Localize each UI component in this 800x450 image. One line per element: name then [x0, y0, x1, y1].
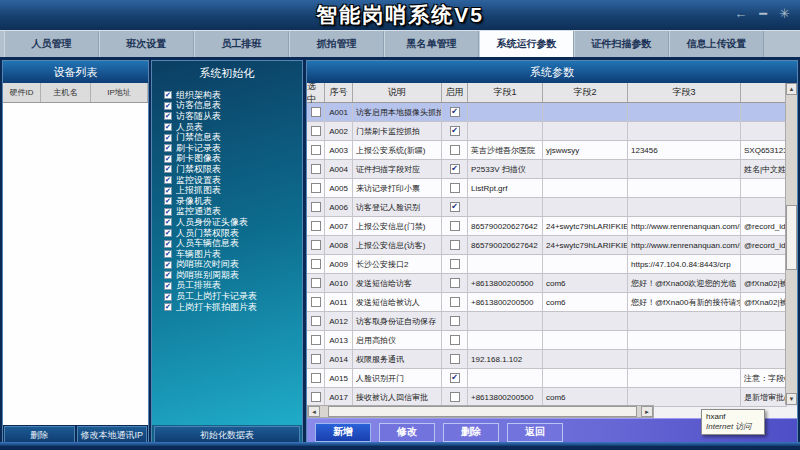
enable-cell[interactable]: ✔	[442, 160, 468, 179]
table-row[interactable]: A002门禁刷卡监控抓拍✔	[307, 122, 797, 141]
checkbox-checked-icon[interactable]: ✔	[164, 144, 172, 152]
checkbox-checked-icon[interactable]: ✔	[164, 293, 172, 301]
enable-cell[interactable]	[442, 141, 468, 160]
table-row[interactable]: A006访客登记人脸识别✔	[307, 198, 797, 217]
checkbox-checked-icon[interactable]: ✔	[164, 187, 172, 195]
tab-1[interactable]: 人员管理	[4, 31, 99, 57]
enable-cell[interactable]: ✔	[442, 103, 468, 122]
enable-cell[interactable]	[442, 312, 468, 331]
checkbox-unchecked-icon[interactable]	[311, 202, 321, 212]
select-cell[interactable]	[307, 122, 325, 141]
checkbox-checked-icon[interactable]: ✔	[164, 271, 172, 279]
checkbox-checked-icon[interactable]: ✔	[164, 112, 172, 120]
enable-cell[interactable]	[442, 179, 468, 198]
checkbox-checked-icon[interactable]: ✔	[164, 165, 172, 173]
checkbox-unchecked-icon[interactable]	[311, 297, 321, 307]
enable-cell[interactable]	[442, 274, 468, 293]
checkbox-checked-icon[interactable]: ✔	[164, 155, 172, 163]
checkbox-unchecked-icon[interactable]	[450, 259, 460, 269]
init-table-item[interactable]: ✔上岗打卡抓拍图片表	[164, 302, 302, 313]
table-row[interactable]: A005来访记录打印小票ListRpt.grf	[307, 179, 797, 198]
select-cell[interactable]	[307, 179, 325, 198]
checkbox-unchecked-icon[interactable]	[450, 297, 460, 307]
close-icon[interactable]: ✳	[779, 4, 790, 24]
tab-5[interactable]: 黑名单管理	[384, 31, 479, 57]
tab-8[interactable]: 信息上传设置	[669, 31, 764, 57]
checkbox-unchecked-icon[interactable]	[311, 335, 321, 345]
enable-cell[interactable]	[442, 293, 468, 312]
checkbox-checked-icon[interactable]: ✔	[450, 202, 460, 212]
checkbox-unchecked-icon[interactable]	[311, 259, 321, 269]
tab-4[interactable]: 抓拍管理	[289, 31, 384, 57]
table-row[interactable]: A014权限服务通讯192.168.1.102	[307, 350, 797, 369]
enable-cell[interactable]	[442, 350, 468, 369]
select-cell[interactable]	[307, 103, 325, 122]
checkbox-unchecked-icon[interactable]	[450, 335, 460, 345]
checkbox-unchecked-icon[interactable]	[311, 278, 321, 288]
checkbox-unchecked-icon[interactable]	[311, 221, 321, 231]
enable-cell[interactable]	[442, 255, 468, 274]
back-icon[interactable]: ←	[734, 4, 747, 24]
select-cell[interactable]	[307, 217, 325, 236]
select-cell[interactable]	[307, 274, 325, 293]
checkbox-unchecked-icon[interactable]	[450, 183, 460, 193]
select-cell[interactable]	[307, 293, 325, 312]
checkbox-checked-icon[interactable]: ✔	[164, 218, 172, 226]
select-cell[interactable]	[307, 198, 325, 217]
device-table-body[interactable]	[3, 103, 148, 425]
checkbox-checked-icon[interactable]: ✔	[450, 164, 460, 174]
vertical-scrollbar[interactable]: ▲ ▼	[785, 83, 797, 405]
enable-cell[interactable]: ✔	[442, 198, 468, 217]
checkbox-unchecked-icon[interactable]	[311, 316, 321, 326]
checkbox-unchecked-icon[interactable]	[311, 354, 321, 364]
checkbox-checked-icon[interactable]: ✔	[164, 208, 172, 216]
checkbox-unchecked-icon[interactable]	[311, 145, 321, 155]
scroll-left-icon[interactable]: ◄	[308, 406, 320, 417]
scroll-right-icon[interactable]: ►	[641, 406, 653, 417]
table-row[interactable]: A007上报公安信息(门禁)86579002062764224+swytc79h…	[307, 217, 797, 236]
checkbox-checked-icon[interactable]: ✔	[450, 126, 460, 136]
checkbox-unchecked-icon[interactable]	[311, 164, 321, 174]
select-cell[interactable]	[307, 350, 325, 369]
checkbox-checked-icon[interactable]: ✔	[164, 102, 172, 110]
checkbox-checked-icon[interactable]: ✔	[164, 134, 172, 142]
enable-cell[interactable]	[442, 217, 468, 236]
table-row[interactable]: A009长沙公安接口2https://47.104.0.84:8443/crp	[307, 255, 797, 274]
enable-cell[interactable]: ✔	[442, 122, 468, 141]
checkbox-checked-icon[interactable]: ✔	[164, 197, 172, 205]
modify-button[interactable]: 修改	[379, 423, 435, 442]
checkbox-checked-icon[interactable]: ✔	[164, 240, 172, 248]
checkbox-unchecked-icon[interactable]	[311, 183, 321, 193]
select-cell[interactable]	[307, 255, 325, 274]
tab-6[interactable]: 系统运行参数	[479, 31, 574, 57]
delete-button[interactable]: 删除	[443, 423, 499, 442]
add-button[interactable]: 新增	[315, 423, 371, 442]
scroll-up-icon[interactable]: ▲	[786, 83, 797, 95]
checkbox-checked-icon[interactable]: ✔	[164, 229, 172, 237]
checkbox-unchecked-icon[interactable]	[450, 240, 460, 250]
select-cell[interactable]	[307, 369, 325, 388]
checkbox-unchecked-icon[interactable]	[311, 126, 321, 136]
checkbox-unchecked-icon[interactable]	[311, 373, 321, 383]
checkbox-unchecked-icon[interactable]	[450, 316, 460, 326]
table-row[interactable]: A004证件扫描字段对应✔P2533V 扫描仪姓名|中文姓名,	[307, 160, 797, 179]
checkbox-checked-icon[interactable]: ✔	[164, 176, 172, 184]
checkbox-unchecked-icon[interactable]	[311, 240, 321, 250]
table-row[interactable]: A010发送短信给访客+8613800200500com6您好！@fXna00欢…	[307, 274, 797, 293]
table-row[interactable]: A011发送短信给被访人+8613800200500com6您好！@fXna00…	[307, 293, 797, 312]
horizontal-scroll-thumb[interactable]	[328, 406, 637, 417]
select-cell[interactable]	[307, 331, 325, 350]
table-row[interactable]: A013启用高拍仪	[307, 331, 797, 350]
checkbox-checked-icon[interactable]: ✔	[164, 250, 172, 258]
checkbox-checked-icon[interactable]: ✔	[164, 123, 172, 131]
checkbox-checked-icon[interactable]: ✔	[450, 107, 460, 117]
table-row[interactable]: A003上报公安系统(新疆)英吉沙维吾尔医院yjswwsyy123456SXQ6…	[307, 141, 797, 160]
checkbox-checked-icon[interactable]: ✔	[164, 91, 172, 99]
enable-cell[interactable]	[442, 331, 468, 350]
checkbox-unchecked-icon[interactable]	[450, 145, 460, 155]
tab-7[interactable]: 证件扫描参数	[574, 31, 669, 57]
tab-3[interactable]: 员工排班	[194, 31, 289, 57]
scroll-down-icon[interactable]: ▼	[786, 393, 797, 405]
horizontal-scrollbar[interactable]: ◄ ►	[307, 405, 654, 418]
checkbox-unchecked-icon[interactable]	[311, 107, 321, 117]
